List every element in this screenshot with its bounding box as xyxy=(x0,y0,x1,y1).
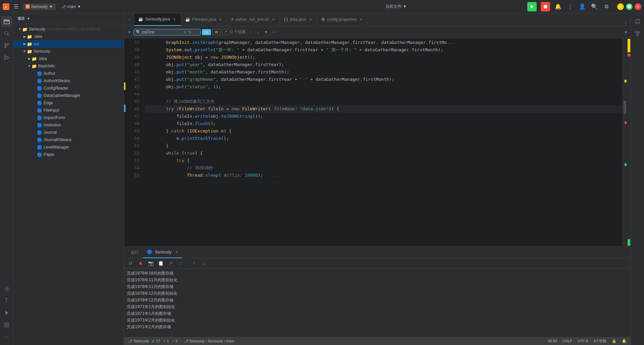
status-indent[interactable]: 4个空格 xyxy=(593,339,606,344)
export-btn[interactable]: ↗ xyxy=(167,260,174,267)
tab-seriously-icon: 🔵 xyxy=(147,249,152,254)
expand-tabs-button[interactable]: › xyxy=(124,13,134,26)
search-next-btn[interactable]: ↓ xyxy=(255,29,261,36)
search-filter-btn[interactable]: ▼ xyxy=(263,29,269,36)
svg-point-11 xyxy=(6,288,8,290)
activity-run-icon[interactable] xyxy=(1,52,12,63)
project-tree: ▼ 📁 Seriously com.github.ryan6073, 源代码根目… xyxy=(13,24,124,345)
tab-config-properties[interactable]: ⚙ config.properties ✕ xyxy=(317,13,368,26)
tab-data-json[interactable]: { } data.json ✕ xyxy=(280,13,317,26)
right-sidebar-structure-icon[interactable] xyxy=(632,28,643,39)
notifications-icon[interactable]: 🔔 xyxy=(554,3,562,11)
regex-btn[interactable]: .* xyxy=(222,29,229,35)
more-options-icon[interactable]: ⋮ xyxy=(566,3,574,11)
tree-item-fileinput[interactable]: 🔵 FileInput xyxy=(13,107,124,114)
tree-arrow-journal xyxy=(32,130,37,135)
find-clear-icon[interactable]: ✕ xyxy=(183,30,187,35)
tree-arrow-fileinput xyxy=(32,108,37,113)
code-editor: 37 38 39 40 41 42 43 44 45 46 47 48 49 5… xyxy=(124,38,631,246)
tab-close-data-json[interactable]: ✕ xyxy=(308,17,313,22)
tree-item-idea2[interactable]: ▶ 📁 .idea xyxy=(13,55,124,62)
tab-close-seriously[interactable]: ✕ xyxy=(172,17,177,21)
user-icon[interactable]: 👤 xyxy=(578,3,586,11)
activity-text-icon[interactable]: T xyxy=(1,295,12,306)
branch-selector[interactable]: ⎇ main ▼ xyxy=(58,3,84,10)
tree-item-levelmanager[interactable]: 🔵 LevelManager xyxy=(13,143,124,151)
tree-item-paper[interactable]: 🔵 Paper xyxy=(13,151,124,158)
global-search-icon[interactable]: 🔍 xyxy=(590,3,598,11)
class-icon-journalkm: 🔵 xyxy=(37,137,42,142)
bottom-tab-close-seriously[interactable]: ✕ xyxy=(175,250,178,254)
tree-item-journalkm[interactable]: 🔵 JournalKMeans xyxy=(13,136,124,143)
whole-word-btn[interactable]: W xyxy=(212,29,220,35)
tree-item-datagather[interactable]: 🔵 DataGatherManager xyxy=(13,92,124,99)
tree-arrow-out: ▶ xyxy=(22,42,27,46)
case-sensitive-btn[interactable]: Cc xyxy=(202,29,211,35)
tree-item-author[interactable]: 🔵 Author xyxy=(13,70,124,77)
status-charset[interactable]: UTF-8 xyxy=(578,339,588,343)
tab-close-author-net[interactable]: ✕ xyxy=(271,17,276,22)
tree-item-authorkm[interactable]: 🔵 AuthorKMeans xyxy=(13,77,124,84)
tree-item-seriously-folder[interactable]: ▼ 📁 Seriously xyxy=(13,48,124,55)
stop-button[interactable] xyxy=(541,2,550,11)
tree-item-institution[interactable]: 🔵 Institution xyxy=(13,121,124,129)
tree-item-impactform[interactable]: 🔵 ImpactForm xyxy=(13,114,124,121)
status-breadcrumb[interactable]: ⎇ Seriously › Seriously › main xyxy=(184,339,234,343)
status-warnings[interactable]: ⚠ 17 xyxy=(152,339,160,343)
bottom-tab-seriously[interactable]: 🔵 Seriously ✕ xyxy=(143,247,182,258)
activity-search-icon[interactable] xyxy=(1,28,12,39)
tree-item-configreader[interactable]: 🔵 ConfigReader xyxy=(13,84,124,92)
project-icon: S xyxy=(25,4,30,9)
activity-git-icon[interactable] xyxy=(1,40,12,51)
tree-item-idea1[interactable]: ▶ 📁 .idea xyxy=(13,33,124,40)
stop-run-btn[interactable]: ■ xyxy=(137,260,144,267)
close-button[interactable]: ✕ xyxy=(635,3,641,10)
status-notifications[interactable]: 🔔 xyxy=(622,339,627,343)
maximize-button[interactable]: ⬜ xyxy=(626,3,633,10)
settings-icon[interactable]: ⚙ xyxy=(602,3,610,11)
tree-item-edge[interactable]: 🔵 Edge xyxy=(13,99,124,107)
camera-btn[interactable]: 📷 xyxy=(147,260,154,267)
code-content[interactable]: GraphInit.initGraph(graphManager, dataGa… xyxy=(142,38,623,246)
more-run-btn[interactable]: ⋮ xyxy=(177,260,184,267)
restart-btn[interactable]: ↺ xyxy=(127,260,134,267)
search-prev-btn[interactable]: ↑ xyxy=(247,29,254,36)
activity-debug-icon[interactable] xyxy=(1,320,12,330)
find-input[interactable] xyxy=(142,30,182,35)
project-selector[interactable]: S Seriously ▼ xyxy=(23,3,56,10)
status-errors[interactable]: ✕ 1 xyxy=(163,339,169,343)
breadcrumb-icon: ⎇ xyxy=(184,339,189,343)
activity-more-icon[interactable]: ··· xyxy=(1,332,12,342)
tabs-more-button[interactable]: ⋮ xyxy=(621,21,631,26)
activity-folder-icon[interactable] xyxy=(1,16,12,27)
tree-root-seriously[interactable]: ▼ 📁 Seriously com.github.ryan6073, 源代码根目… xyxy=(13,25,124,33)
editor-scrollbar[interactable] xyxy=(623,38,627,246)
search-close-btn[interactable]: ✕ xyxy=(624,30,628,35)
scroll-down-btn[interactable]: ↓ xyxy=(200,260,208,267)
status-crlf[interactable]: CRLF xyxy=(562,339,572,343)
editor-area: › ☕ Seriously.java ✕ ☕ FileInput.java ✕ … xyxy=(124,13,631,345)
hamburger-menu[interactable]: ☰ xyxy=(12,3,20,11)
tree-item-journal[interactable]: 🔵 Journal xyxy=(13,129,124,136)
bottom-tab-run[interactable]: 运行 xyxy=(127,247,143,258)
tree-item-out[interactable]: ▶ 📁 out xyxy=(13,40,124,48)
tab-close-config[interactable]: ✕ xyxy=(359,17,363,22)
minimize-button[interactable]: − xyxy=(617,3,624,10)
run-button[interactable] xyxy=(527,2,537,11)
tab-seriously-java[interactable]: ☕ Seriously.java ✕ xyxy=(134,13,181,26)
activity-play2-icon[interactable] xyxy=(1,307,12,318)
search-collapse-button[interactable]: ▼ xyxy=(127,30,132,35)
tab-author-net[interactable]: ≡ author_net_test.txt ✕ xyxy=(227,13,280,26)
copy-btn[interactable]: 📋 xyxy=(157,260,164,267)
status-checks[interactable]: ✓ 5 xyxy=(172,339,178,343)
activity-gear-icon[interactable] xyxy=(1,283,12,294)
scrollbar-thumb[interactable] xyxy=(624,101,626,114)
tab-fileinput-java[interactable]: ☕ FileInput.java ✕ xyxy=(181,13,227,26)
find-reload-icon[interactable]: ↻ xyxy=(188,30,192,35)
status-branch[interactable]: ⎇ Seriously xyxy=(128,339,149,343)
search-more-btn[interactable]: ⋯ xyxy=(271,29,277,36)
tab-close-fileinput[interactable]: ✕ xyxy=(218,17,223,22)
tree-item-basicinfo[interactable]: ▼ 📁 BasicInfo xyxy=(13,62,124,70)
scroll-up-btn[interactable]: ↑ xyxy=(190,260,198,267)
right-sidebar-bookmark-icon[interactable] xyxy=(632,16,643,27)
